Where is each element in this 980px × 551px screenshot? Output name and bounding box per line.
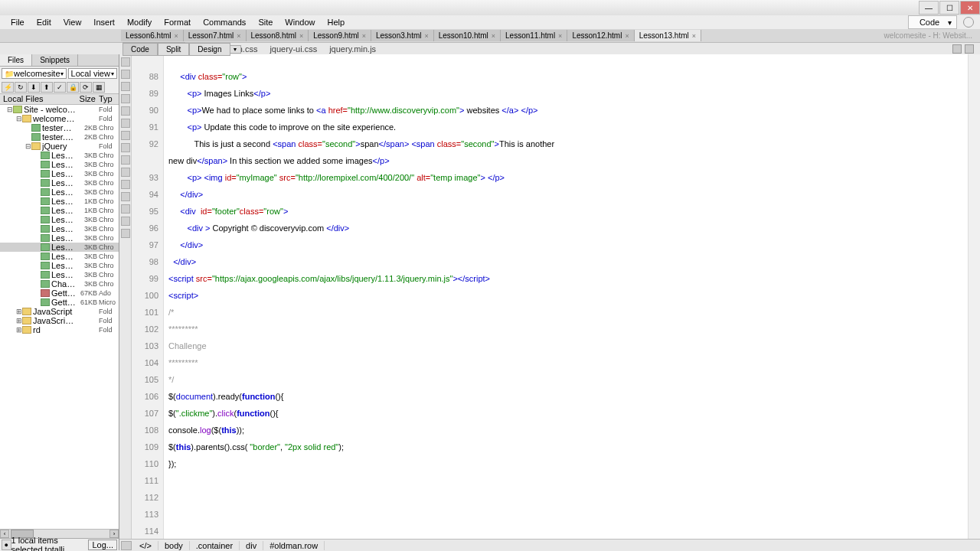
close-tab-icon[interactable]: × [492,32,495,40]
tree-row[interactable]: ⊞JavaScriptFold [0,307,119,316]
col-local-files[interactable]: Local Files [0,94,76,104]
outdent-icon[interactable] [121,217,130,226]
menu-commands[interactable]: Commands [197,16,252,28]
tree-row[interactable]: ⊟Site - welcomesite (H:...Fold [0,105,119,114]
tree-row[interactable]: Challenge1.h...3KBChro [0,279,119,289]
col-size[interactable]: Size [76,94,97,104]
breadcrumb-container[interactable]: .container [190,541,240,550]
expand-icon[interactable]: ⊟ [6,106,13,113]
menu-insert[interactable]: Insert [87,16,121,28]
document-tab[interactable]: Lesson8.html× [247,30,309,41]
checkin-icon[interactable]: 🔒 [67,82,79,93]
wrap-tag-icon[interactable] [121,180,130,189]
collapse-icon[interactable] [121,57,130,67]
tree-row[interactable]: ⊞JavaScriptIntroFold [0,316,119,325]
tree-row[interactable]: Lesson13.html3KBChro [0,243,119,252]
document-tab[interactable]: Lesson12.html× [567,30,634,41]
expand-icon[interactable]: ⊞ [15,326,22,334]
breadcrumb-row[interactable]: #oldman.row [263,541,325,550]
tree-row[interactable]: Lesson3.html3KBChro [0,187,119,197]
document-tab[interactable]: Lesson13.html× [635,30,701,41]
breadcrumb-div[interactable]: div [240,541,263,550]
close-tab-icon[interactable]: × [692,32,696,40]
word-wrap-icon[interactable] [121,143,130,152]
tree-row[interactable]: Lesson2.html1KBChro [0,197,119,206]
breadcrumb-body[interactable]: body [158,541,190,550]
menu-format[interactable]: Format [158,16,197,28]
menu-view[interactable]: View [57,16,88,28]
tree-row[interactable]: ⊞rdFold [0,325,119,334]
menu-window[interactable]: Window [279,16,321,28]
connect-icon[interactable]: ⚡ [2,82,14,93]
document-tab[interactable]: Lesson9.html× [309,30,371,41]
tree-row[interactable]: Lesson5.html3KBChro [0,169,119,178]
close-tab-icon[interactable]: × [362,32,366,40]
expand-icon[interactable]: ⊞ [15,308,22,315]
tree-row[interactable]: Lesson14.html3KBChro [0,233,119,243]
expand-all-icon[interactable] [121,70,130,79]
hscroll-left-button[interactable]: ‹ [0,530,9,538]
document-tab[interactable]: Lesson10.html× [434,30,501,41]
document-tab[interactable]: Lesson7.html× [184,30,247,41]
refresh-icon[interactable] [952,44,962,54]
log-button[interactable]: Log... [88,540,117,550]
close-tab-icon[interactable]: × [424,32,428,40]
tree-row[interactable]: Lesson11.html3KBChro [0,261,119,270]
col-type[interactable]: Typ [97,94,119,104]
sync-icon[interactable]: ⟳ [80,82,92,93]
file-tree[interactable]: ⊟Site - welcomesite (H:...Fold⊟welcomesi… [0,105,119,529]
document-tab[interactable]: Lesson6.html× [121,30,184,41]
view-split-button[interactable]: Split [158,43,189,56]
highlight-invalid-icon[interactable] [121,119,130,128]
maximize-button[interactable]: ☐ [939,1,959,15]
close-tab-icon[interactable]: × [299,32,303,40]
close-button[interactable]: ✕ [960,1,980,15]
close-tab-icon[interactable]: × [625,32,629,40]
menu-site[interactable]: Site [252,16,279,28]
code-content[interactable]: <div class="row"> <p> Images Links</p> <… [164,54,968,550]
options-icon[interactable] [965,44,974,54]
expand-icon[interactable]: ⊞ [15,317,22,324]
tab-snippets[interactable]: Snippets [32,54,78,66]
tree-row[interactable]: Getting Start...61KBMicro [0,298,119,307]
tab-files[interactable]: Files [0,54,32,66]
refresh-icon[interactable]: ↻ [15,82,27,93]
sync-icon[interactable] [963,17,974,28]
tree-row[interactable]: Getting Start...67KBAdo [0,289,119,298]
tree-row[interactable]: Lesson16.html3KBChro [0,215,119,224]
code-dropdown[interactable]: Code ▾ [908,15,957,29]
view-code-button[interactable]: Code [122,43,158,56]
tree-row[interactable]: tester.html2KBChro [0,132,119,142]
tree-row[interactable]: Lesson15.html3KBChro [0,224,119,233]
close-tab-icon[interactable]: × [174,32,178,40]
minimize-button[interactable]: — [919,1,939,15]
expand-icon[interactable]: ⊟ [24,142,31,150]
select-parent-icon[interactable] [121,82,130,91]
tree-row[interactable]: Lesson4.html3KBChro [0,178,119,187]
tag-selector-icon[interactable]: </> [133,541,158,550]
tree-row[interactable]: Lesson6.html3KBChro [0,160,119,169]
related-file-tab[interactable]: jquery.min.js [323,43,382,55]
tree-row[interactable]: Lesson7.html3KBChro [0,151,119,160]
menu-file[interactable]: File [5,16,31,28]
balance-braces-icon[interactable] [121,94,130,103]
syntax-error-icon[interactable] [121,131,130,140]
tree-row[interactable]: ⊟jQueryFold [0,142,119,151]
view-dropdown-arrow[interactable]: ▾ [230,45,241,54]
close-tab-icon[interactable]: × [558,32,562,40]
tree-row[interactable]: Lesson12.html3KBChro [0,252,119,261]
related-file-tab[interactable]: jquery-ui.css [263,43,323,55]
hscroll-right-button[interactable]: › [109,530,119,538]
sb-error-icon[interactable] [121,541,132,550]
remove-comment-icon[interactable] [121,168,130,177]
close-tab-icon[interactable]: × [237,32,240,40]
tree-row[interactable]: tester1.html2KBChro [0,123,119,132]
document-tab[interactable]: Lesson11.html× [501,30,567,41]
expand-icon[interactable]: ⊟ [15,115,22,122]
put-icon[interactable]: ⬆ [41,82,53,93]
get-icon[interactable]: ⬇ [28,82,40,93]
status-icon[interactable]: ● [2,540,11,550]
menu-modify[interactable]: Modify [121,16,158,28]
checkout-icon[interactable]: ✓ [54,82,66,93]
line-numbers-icon[interactable] [121,106,130,116]
